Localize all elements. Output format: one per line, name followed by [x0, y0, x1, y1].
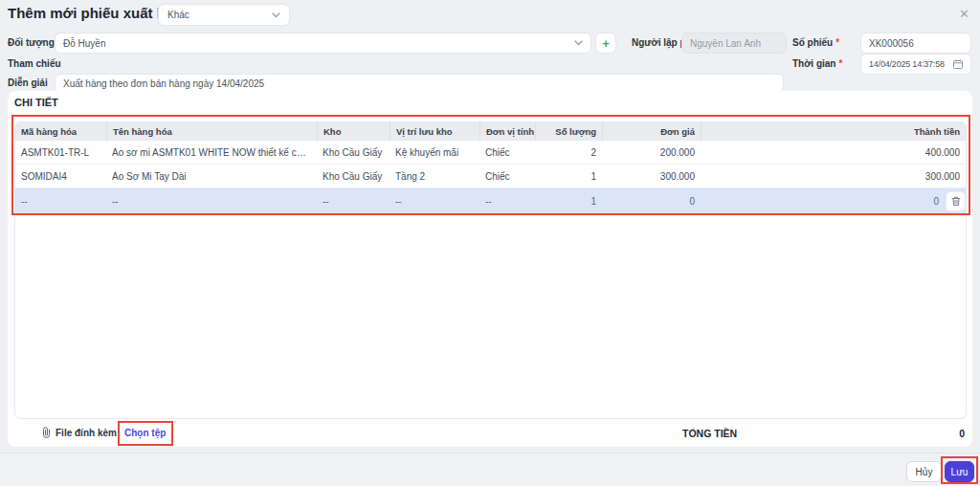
- tham-chieu-label: Tham chiếu: [8, 58, 61, 69]
- export-slip-dialog: Thêm mới phiếu xuất kho Khác ✕ Đối tượng…: [0, 0, 980, 486]
- total-label: TỔNG TIỀN: [682, 428, 737, 439]
- cell-ma-hang-hoa[interactable]: --: [15, 188, 106, 213]
- col-header-ten-hang-hoa: Tên hàng hóa: [106, 122, 317, 141]
- slip-type-value: Khác: [167, 10, 189, 20]
- cell-thanh-tien[interactable]: 0: [701, 188, 966, 213]
- cell-so-luong[interactable]: 1: [535, 188, 602, 213]
- required-asterisk: *: [838, 58, 842, 69]
- col-header-thanh-tien: Thành tiền: [701, 122, 966, 141]
- cell-thanh-tien[interactable]: 300.000: [701, 165, 966, 188]
- cell-kho[interactable]: Kho Cầu Giấy: [317, 141, 390, 164]
- dien-giai-label: Diễn giải: [8, 77, 48, 88]
- col-header-kho: Kho: [317, 122, 390, 141]
- col-header-don-vi-tinh: Đơn vị tính: [479, 122, 535, 141]
- total-value: 0: [959, 428, 965, 439]
- cell-ten-hang-hoa[interactable]: --: [106, 188, 317, 213]
- add-object-button[interactable]: +: [595, 33, 616, 54]
- cell-so-luong[interactable]: 2: [535, 141, 602, 164]
- doi-tuong-value: Đỗ Huyền: [63, 38, 105, 49]
- cell-don-gia[interactable]: 300.000: [602, 165, 701, 188]
- col-header-ma-hang-hoa: Mã hàng hóa: [15, 122, 106, 141]
- cell-vi-tri-luu-kho[interactable]: Tầng 2: [390, 165, 479, 188]
- detail-grid: Mã hàng hóa Tên hàng hóa Kho Vị trí lưu …: [14, 122, 967, 419]
- so-phieu-field[interactable]: [860, 33, 971, 54]
- paperclip-icon: [41, 427, 52, 439]
- cell-don-vi-tinh[interactable]: Chiếc: [479, 141, 535, 164]
- delete-row-button[interactable]: [946, 191, 966, 211]
- page-title: Thêm mới phiếu xuất kho: [8, 5, 182, 21]
- detail-section-title: CHI TIẾT: [14, 97, 58, 108]
- table-row-selected[interactable]: -- -- -- -- -- 1 0 0: [15, 188, 966, 213]
- doi-tuong-label: Đối tượng*: [8, 37, 61, 48]
- close-icon[interactable]: ✕: [959, 8, 969, 20]
- cell-vi-tri-luu-kho[interactable]: Kệ khuyến mãi: [390, 141, 479, 164]
- col-header-so-luong: Số lượng: [535, 122, 602, 141]
- so-phieu-label: Số phiếu*: [792, 37, 839, 48]
- cell-vi-tri-luu-kho[interactable]: --: [390, 188, 479, 213]
- dien-giai-input[interactable]: [63, 75, 775, 92]
- detail-card: CHI TIẾT Mã hàng hóa Tên hàng hóa Kho Vị…: [8, 91, 972, 447]
- nguoi-lap-phieu-input: [690, 33, 778, 53]
- table-header-row: Mã hàng hóa Tên hàng hóa Kho Vị trí lưu …: [15, 122, 966, 141]
- file-attach-label: File đính kèm: [56, 428, 117, 438]
- so-phieu-input[interactable]: [869, 33, 963, 53]
- cell-don-gia[interactable]: 200.000: [602, 141, 701, 164]
- choose-file-link[interactable]: Chọn tệp: [124, 428, 166, 438]
- table-row[interactable]: ASMTK01-TR-L Áo sơ mi ASMTK01 WHITE NOW …: [15, 141, 966, 165]
- cell-thanh-tien[interactable]: 400.000: [701, 141, 966, 164]
- table-row[interactable]: SOMIDAI4 Áo Sơ Mi Tay Dài Kho Cầu Giấy T…: [15, 165, 966, 188]
- cell-ma-hang-hoa[interactable]: SOMIDAI4: [15, 165, 106, 188]
- thoi-gian-value: 14/04/2025 14:37:58: [869, 59, 945, 69]
- cell-don-vi-tinh[interactable]: Chiếc: [479, 165, 535, 188]
- cell-ma-hang-hoa[interactable]: ASMTK01-TR-L: [15, 141, 106, 164]
- dien-giai-field[interactable]: [55, 74, 784, 93]
- cell-so-luong[interactable]: 1: [535, 165, 602, 188]
- required-asterisk: *: [835, 37, 839, 48]
- cell-ten-hang-hoa[interactable]: Áo sơ mi ASMTK01 WHITE NOW thiết kế cao …: [106, 141, 317, 164]
- thoi-gian-label: Thời gian*: [792, 58, 842, 69]
- attachments-total-row: File đính kèm Chọn tệp TỔNG TIỀN 0: [8, 423, 972, 446]
- cell-don-gia[interactable]: 0: [602, 188, 701, 213]
- nguoi-lap-phieu-field: [681, 33, 787, 54]
- thoi-gian-field[interactable]: 14/04/2025 14:37:58: [860, 54, 971, 75]
- chevron-down-icon: [574, 40, 583, 46]
- cell-kho[interactable]: --: [317, 188, 390, 213]
- col-header-vi-tri-luu-kho: Vị trí lưu kho: [390, 122, 479, 141]
- trash-icon: [951, 196, 961, 207]
- cancel-button[interactable]: Hủy: [906, 461, 942, 482]
- chevron-down-icon: [272, 12, 280, 18]
- col-header-don-gia: Đơn giá: [602, 122, 701, 141]
- cell-ten-hang-hoa[interactable]: Áo Sơ Mi Tay Dài: [106, 165, 317, 188]
- slip-type-select[interactable]: Khác: [158, 4, 290, 26]
- save-button[interactable]: Lưu: [945, 461, 974, 482]
- cell-kho[interactable]: Kho Cầu Giấy: [317, 165, 390, 188]
- dialog-footer: Hủy Lưu: [0, 453, 980, 486]
- calendar-icon[interactable]: [953, 59, 963, 69]
- cell-don-vi-tinh[interactable]: --: [479, 188, 535, 213]
- doi-tuong-select[interactable]: Đỗ Huyền: [55, 33, 591, 54]
